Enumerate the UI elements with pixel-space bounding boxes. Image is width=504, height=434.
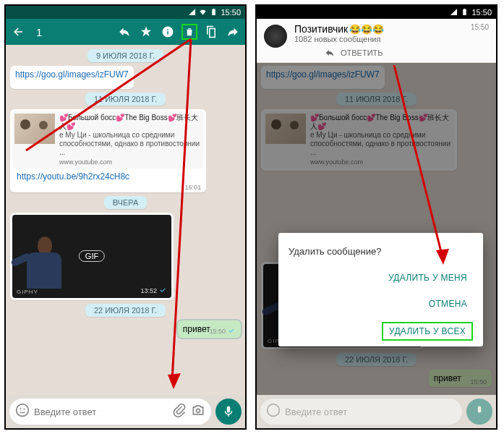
status-time: 15:50	[471, 8, 492, 17]
read-tick-icon	[158, 286, 167, 296]
message-gif[interactable]: GIF GIPHY 13:52	[10, 213, 174, 300]
date-chip: ВЧЕРА	[104, 196, 147, 209]
message-selected[interactable]: привет 15:50	[178, 320, 241, 338]
gif-badge: GIF	[79, 250, 105, 262]
delete-icon[interactable]	[181, 24, 197, 40]
forward-icon[interactable]	[225, 24, 241, 40]
notification-panel[interactable]: Позитивчик 😂😂😂 1082 новых сообщения ОТВЕ…	[257, 19, 496, 63]
notif-title: Позитивчик	[294, 23, 348, 35]
reply-icon[interactable]	[116, 24, 132, 40]
svg-point-0	[17, 404, 29, 417]
battery-icon	[210, 8, 218, 17]
cancel-button[interactable]: ОТМЕНА	[423, 296, 473, 312]
delete-for-everyone-button[interactable]: УДАЛИТЬ У ВСЕХ	[382, 322, 473, 341]
message-link[interactable]: https://goo.gl/images/izFUW7	[10, 66, 134, 89]
reply-button[interactable]: ОТВЕТИТЬ	[294, 43, 464, 58]
date-chip: 22 ИЮЛЯ 2018 Г.	[85, 304, 166, 317]
read-tick-icon	[227, 326, 236, 336]
camera-icon[interactable]	[191, 403, 205, 420]
selection-toolbar: 1	[6, 19, 245, 45]
copy-icon[interactable]	[203, 24, 219, 40]
signal-icon	[188, 8, 196, 17]
phone-left: 15:50 1 9 ИЮЛЯ 2018 Г. https://goo.gl/im…	[4, 4, 247, 430]
date-chip: 9 ИЮЛЯ 2018 Г.	[87, 49, 163, 62]
selection-count: 1	[32, 26, 111, 38]
chat-area: 9 ИЮЛЯ 2018 Г. https://goo.gl/images/izF…	[6, 45, 245, 395]
signal-icon	[450, 8, 458, 17]
delete-dialog: Удалить сообщение? УДАЛИТЬ У МЕНЯ ОТМЕНА…	[278, 233, 483, 346]
status-time: 15:50	[221, 8, 241, 17]
input-bar	[6, 395, 245, 428]
notif-time: 15:50	[471, 23, 489, 31]
delete-for-me-button[interactable]: УДАЛИТЬ У МЕНЯ	[383, 270, 473, 286]
message-input[interactable]	[34, 407, 168, 417]
svg-point-7	[268, 404, 280, 417]
status-bar: 15:50	[6, 6, 245, 19]
message-time: 15:50	[209, 326, 236, 336]
back-icon[interactable]	[10, 24, 26, 40]
emoji-icon	[266, 403, 281, 420]
mic-button[interactable]	[215, 399, 242, 425]
status-bar: 15:50	[257, 6, 496, 19]
svg-point-3	[197, 409, 200, 412]
svg-point-2	[24, 408, 25, 409]
dialog-question: Удалить сообщение?	[289, 246, 473, 257]
star-icon[interactable]	[138, 24, 154, 40]
emoji-icon: 😂😂😂	[349, 24, 384, 35]
info-icon[interactable]	[160, 24, 176, 40]
gif-source: GIPHY	[17, 289, 38, 295]
video-thumbnail	[14, 114, 55, 144]
svg-point-1	[20, 408, 22, 409]
message-card[interactable]: 💕Большой босс💕The Big Boss💕班长大人💕 е Му Ци…	[10, 109, 206, 192]
avatar	[264, 25, 287, 48]
emoji-icon[interactable]	[15, 403, 30, 420]
battery-icon	[461, 8, 469, 17]
mic-button	[466, 399, 492, 425]
wifi-icon	[199, 8, 207, 17]
message-input	[285, 407, 456, 417]
message-time: 13:52	[140, 286, 167, 296]
input-bar	[257, 395, 496, 428]
phone-right: 15:50 Позитивчик 😂😂😂 1082 новых сообщени…	[255, 4, 497, 430]
notif-subtitle: 1082 новых сообщения	[294, 35, 464, 43]
date-chip: 11 ИЮЛЯ 2018 Г.	[85, 93, 166, 106]
message-time: 16:01	[185, 184, 202, 191]
chat-area-dimmed: https://goo.gl/images/izFUW7 11 ИЮЛЯ 201…	[257, 63, 496, 395]
attach-icon[interactable]	[172, 403, 187, 420]
